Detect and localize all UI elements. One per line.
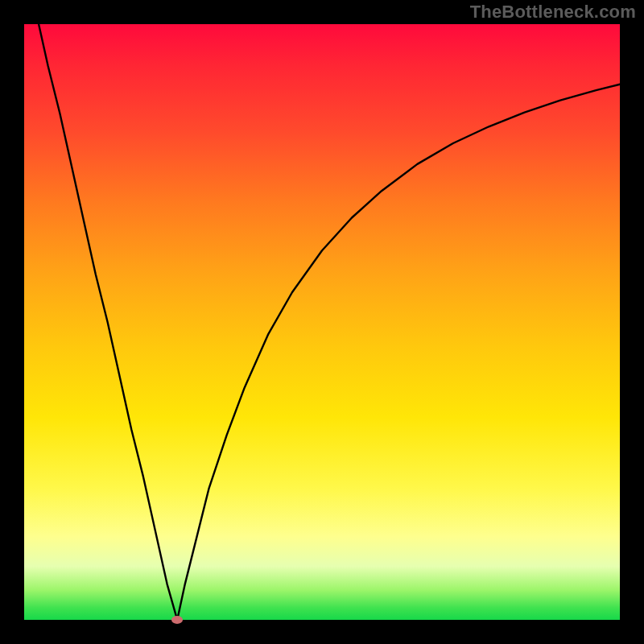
watermark-text: TheBottleneck.com (470, 2, 636, 23)
minimum-marker (171, 616, 183, 624)
curve-path (24, 0, 620, 620)
plot-area (24, 24, 620, 620)
chart-frame: TheBottleneck.com (0, 0, 644, 644)
bottleneck-curve (24, 24, 620, 620)
